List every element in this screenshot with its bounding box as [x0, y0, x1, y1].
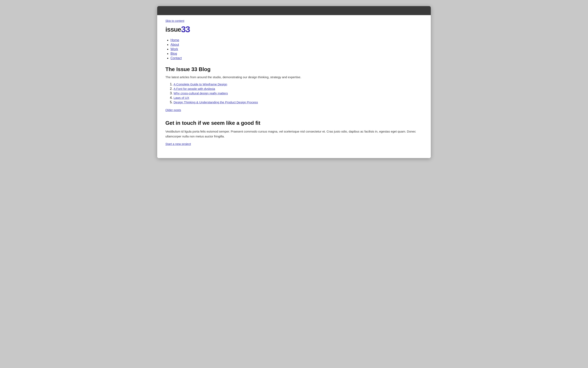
nav-link-contact[interactable]: Contact: [171, 56, 182, 60]
logo-text: issue: [165, 26, 181, 33]
logo-number: 33: [181, 25, 190, 34]
nav-link-blog[interactable]: Blog: [171, 52, 177, 55]
nav-item-blog: Blog: [171, 52, 423, 55]
list-item: Why cross-cultural design really matters: [173, 92, 423, 95]
article-link-5[interactable]: Design Thinking & Understanding the Prod…: [173, 101, 258, 104]
blog-section: The Issue 33 Blog The latest articles fr…: [165, 66, 423, 112]
main-nav: Home About Work Blog Contact: [165, 38, 423, 60]
list-item: Laws of UX: [173, 96, 423, 100]
blog-section-title: The Issue 33 Blog: [165, 66, 423, 73]
blog-section-description: The latest articles from around the stud…: [165, 75, 423, 79]
nav-item-contact: Contact: [171, 56, 423, 60]
nav-link-about[interactable]: About: [171, 43, 179, 46]
nav-item-about: About: [171, 43, 423, 46]
list-item: A Complete Guide to Wireframe Design: [173, 83, 423, 86]
article-link-4[interactable]: Laws of UX: [173, 96, 189, 100]
nav-link-work[interactable]: Work: [171, 47, 178, 51]
nav-item-home: Home: [171, 38, 423, 42]
article-link-1[interactable]: A Complete Guide to Wireframe Design: [173, 83, 227, 86]
start-project-link[interactable]: Start a new project: [165, 142, 191, 146]
list-item: Design Thinking & Understanding the Prod…: [173, 101, 423, 104]
browser-window: Skip to content issue 33 Home About Work…: [157, 6, 431, 158]
older-posts-link[interactable]: Older posts: [165, 108, 423, 112]
list-item: A Font for people with dyslexia: [173, 87, 423, 91]
skip-to-content-link[interactable]: Skip to content: [165, 19, 423, 22]
article-list: A Complete Guide to Wireframe Design A F…: [165, 83, 423, 104]
site-logo: issue 33: [165, 25, 423, 34]
article-link-2[interactable]: A Font for people with dyslexia: [173, 87, 215, 91]
page-content: Skip to content issue 33 Home About Work…: [157, 15, 431, 158]
contact-section-description: Vestibulum id ligula porta felis euismod…: [165, 129, 423, 139]
browser-toolbar: [157, 6, 431, 15]
contact-section-title: Get in touch if we seem like a good fit: [165, 120, 423, 126]
nav-item-work: Work: [171, 47, 423, 51]
article-link-3[interactable]: Why cross-cultural design really matters: [173, 92, 228, 95]
contact-section: Get in touch if we seem like a good fit …: [165, 120, 423, 146]
nav-link-home[interactable]: Home: [171, 38, 179, 42]
nav-list: Home About Work Blog Contact: [165, 38, 423, 60]
